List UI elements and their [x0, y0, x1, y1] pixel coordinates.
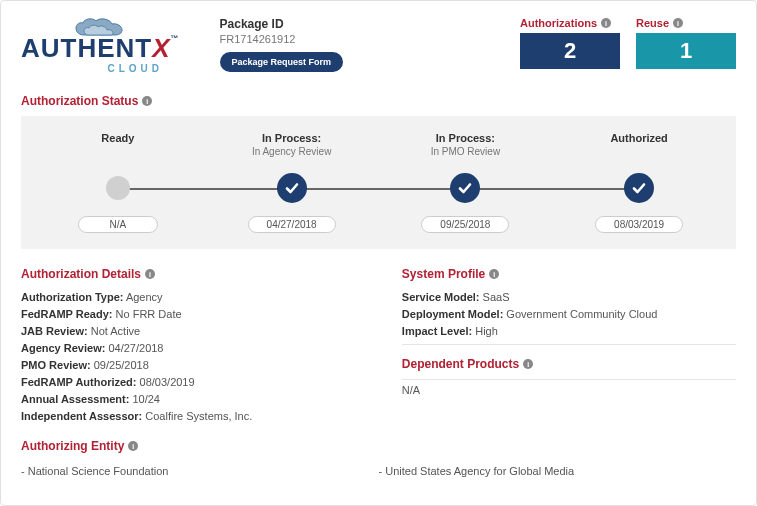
status-step-sublabel — [31, 146, 205, 160]
detail-key: Impact Level: — [402, 325, 472, 337]
status-date-pill: 09/25/2018 — [421, 216, 509, 233]
authorization-details-title: Authorization Details i — [21, 267, 372, 281]
info-icon[interactable]: i — [145, 269, 155, 279]
detail-row: FedRAMP Authorized: 08/03/2019 — [21, 374, 372, 391]
status-step-label: In Process: — [205, 132, 379, 146]
connector-line — [118, 188, 292, 190]
page-container: AUTHENTX™ CLOUD Package ID FR1714261912 … — [0, 0, 757, 506]
detail-value: Government Community Cloud — [503, 308, 657, 320]
status-step: In Process:In Agency Review04/27/2018 — [205, 132, 379, 233]
detail-row: PMO Review: 09/25/2018 — [21, 357, 372, 374]
detail-row: JAB Review: Not Active — [21, 323, 372, 340]
authorizations-value: 2 — [520, 33, 620, 69]
authorizing-entity-title: Authorizing Entity i — [21, 439, 372, 453]
info-icon[interactable]: i — [673, 18, 683, 28]
header-row: AUTHENTX™ CLOUD Package ID FR1714261912 … — [21, 17, 736, 74]
logo-subtext: CLOUD — [108, 63, 164, 74]
detail-value: Coalfire Systems, Inc. — [142, 410, 252, 422]
detail-key: Agency Review: — [21, 342, 105, 354]
checkmark-icon — [450, 173, 480, 203]
dependent-products-title: Dependent Products i — [402, 357, 736, 371]
status-date-pill: 08/03/2019 — [595, 216, 683, 233]
entity-item: - National Science Foundation — [21, 465, 379, 477]
status-step-sublabel — [552, 146, 726, 160]
info-icon[interactable]: i — [489, 269, 499, 279]
detail-key: PMO Review: — [21, 359, 91, 371]
checkmark-icon — [624, 173, 654, 203]
reuse-value: 1 — [636, 33, 736, 69]
reuse-metric: Reuse i 1 — [636, 17, 736, 69]
package-block: Package ID FR1714261912 Package Request … — [220, 17, 504, 72]
system-profile-title: System Profile i — [402, 267, 736, 281]
status-panel: Ready N/AIn Process:In Agency Review04/2… — [21, 116, 736, 249]
detail-row: Impact Level: High — [402, 323, 736, 340]
status-step-sublabel: In Agency Review — [205, 146, 379, 160]
info-icon[interactable]: i — [523, 359, 533, 369]
detail-value: Not Active — [88, 325, 141, 337]
package-request-button[interactable]: Package Request Form — [220, 52, 344, 72]
status-step-label: Authorized — [552, 132, 726, 146]
logo: AUTHENTX™ CLOUD — [21, 17, 180, 74]
package-id-value: FR1714261912 — [220, 33, 504, 45]
detail-key: FedRAMP Ready: — [21, 308, 112, 320]
detail-value: SaaS — [480, 291, 510, 303]
status-date-pill: 04/27/2018 — [248, 216, 336, 233]
status-step: Ready N/A — [31, 132, 205, 233]
detail-value: High — [472, 325, 498, 337]
detail-row: Service Model: SaaS — [402, 289, 736, 306]
detail-key: Independent Assessor: — [21, 410, 142, 422]
authorizations-metric: Authorizations i 2 — [520, 17, 620, 69]
status-step-label: In Process: — [379, 132, 553, 146]
detail-key: FedRAMP Authorized: — [21, 376, 137, 388]
dependent-products-value: N/A — [402, 384, 736, 396]
details-columns: Authorization Details i Authorization Ty… — [21, 267, 736, 461]
divider — [402, 344, 736, 345]
status-step-sublabel: In PMO Review — [379, 146, 553, 160]
detail-key: JAB Review: — [21, 325, 88, 337]
detail-key: Annual Assessment: — [21, 393, 129, 405]
status-date-pill: N/A — [78, 216, 158, 233]
divider — [402, 379, 736, 380]
detail-key: Deployment Model: — [402, 308, 503, 320]
detail-value: 09/25/2018 — [91, 359, 149, 371]
detail-value: Agency — [123, 291, 162, 303]
detail-key: Authorization Type: — [21, 291, 123, 303]
detail-row: Deployment Model: Government Community C… — [402, 306, 736, 323]
empty-circle-icon — [106, 176, 130, 200]
logo-text: AUTHENTX™ — [21, 35, 180, 61]
detail-value: 08/03/2019 — [137, 376, 195, 388]
detail-value: 10/24 — [129, 393, 160, 405]
info-icon[interactable]: i — [128, 441, 138, 451]
status-step-label: Ready — [31, 132, 205, 146]
detail-value: 04/27/2018 — [105, 342, 163, 354]
checkmark-icon — [277, 173, 307, 203]
connector-line — [465, 188, 639, 190]
detail-row: FedRAMP Ready: No FRR Date — [21, 306, 372, 323]
detail-row: Authorization Type: Agency — [21, 289, 372, 306]
info-icon[interactable]: i — [142, 96, 152, 106]
connector-line — [292, 188, 466, 190]
detail-row: Annual Assessment: 10/24 — [21, 391, 372, 408]
reuse-label: Reuse — [636, 17, 669, 29]
authorizations-label: Authorizations — [520, 17, 597, 29]
authorization-status-title: Authorization Status i — [21, 94, 736, 108]
status-step: In Process:In PMO Review09/25/2018 — [379, 132, 553, 233]
authorizing-entity-list: - National Science Foundation - United S… — [21, 465, 736, 477]
entity-item: - United States Agency for Global Media — [379, 465, 737, 477]
status-step: Authorized 08/03/2019 — [552, 132, 726, 233]
info-icon[interactable]: i — [601, 18, 611, 28]
detail-key: Service Model: — [402, 291, 480, 303]
detail-row: Agency Review: 04/27/2018 — [21, 340, 372, 357]
package-id-label: Package ID — [220, 17, 504, 31]
detail-value: No FRR Date — [112, 308, 181, 320]
detail-row: Independent Assessor: Coalfire Systems, … — [21, 408, 372, 425]
